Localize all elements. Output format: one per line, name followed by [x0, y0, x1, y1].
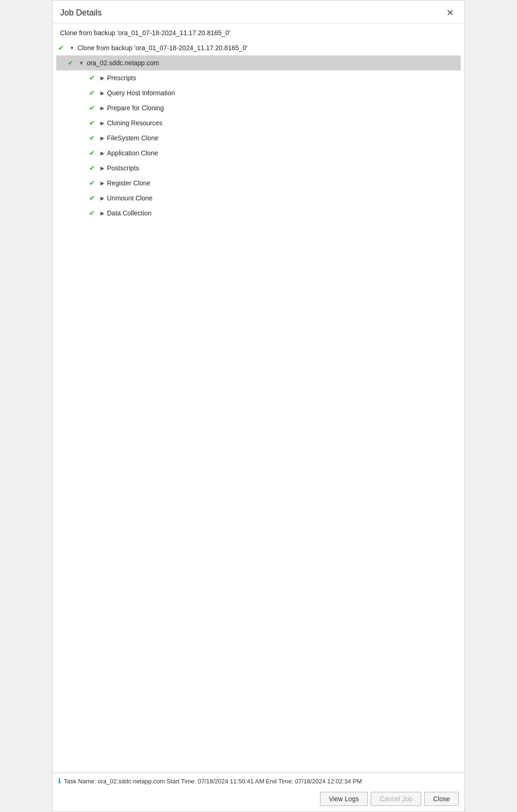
collapse-icon: ▼ [79, 60, 84, 66]
list-item[interactable]: ✔ ▶ Prepare for Cloning [56, 100, 461, 115]
tree-host-node[interactable]: ✔ ▼ ora_02.sddc.netapp.com [56, 55, 461, 70]
expand-icon: ▶ [100, 75, 104, 81]
close-icon[interactable]: ✕ [443, 7, 457, 18]
expand-icon: ▶ [100, 195, 104, 201]
task-info-row: ℹ Task Name: ora_02.sddc.netapp.com Star… [58, 777, 459, 785]
close-button[interactable]: Close [424, 792, 459, 806]
tree-container: ✔ ▼ Clone from backup 'ora_01_07-18-2024… [53, 40, 464, 773]
item-label: Query Host Information [107, 89, 175, 97]
check-icon: ✔ [68, 59, 76, 67]
footer-buttons: View Logs Cancel Job Close [58, 790, 459, 808]
list-item[interactable]: ✔ ▶ Query Host Information [56, 85, 461, 100]
expand-icon: ▶ [100, 120, 104, 126]
expand-icon: ▶ [100, 105, 104, 111]
tree-host-label: ora_02.sddc.netapp.com [87, 59, 159, 67]
item-label: Data Collection [107, 209, 152, 217]
dialog-subtitle: Clone from backup 'ora_01_07-18-2024_11.… [53, 23, 464, 40]
item-label: Prescripts [107, 74, 136, 82]
check-icon: ✔ [58, 44, 67, 52]
view-logs-button[interactable]: View Logs [320, 792, 368, 806]
expand-icon: ▶ [100, 135, 104, 141]
dialog-title: Job Details [60, 8, 102, 18]
job-details-dialog: Job Details ✕ Clone from backup 'ora_01_… [52, 0, 465, 812]
item-label: Unmount Clone [107, 194, 152, 202]
list-item[interactable]: ✔ ▶ Application Clone [56, 146, 461, 161]
item-label: FileSystem Clone [107, 134, 159, 142]
list-item[interactable]: ✔ ▶ Register Clone [56, 176, 461, 191]
expand-icon: ▶ [100, 180, 104, 186]
list-item[interactable]: ✔ ▶ Postscripts [56, 161, 461, 176]
expand-icon: ▶ [100, 210, 104, 216]
list-item[interactable]: ✔ ▶ FileSystem Clone [56, 130, 461, 146]
check-icon: ✔ [89, 149, 98, 157]
dialog-header: Job Details ✕ [53, 0, 464, 23]
tree-root-node[interactable]: ✔ ▼ Clone from backup 'ora_01_07-18-2024… [56, 40, 461, 55]
list-item[interactable]: ✔ ▶ Unmount Clone [56, 191, 461, 206]
info-icon: ℹ [58, 777, 61, 785]
cancel-job-button[interactable]: Cancel Job [371, 792, 421, 806]
item-label: Postscripts [107, 164, 139, 172]
item-label: Register Clone [107, 179, 151, 187]
item-label: Cloning Resources [107, 119, 162, 127]
list-item[interactable]: ✔ ▶ Data Collection [56, 206, 461, 221]
check-icon: ✔ [89, 179, 98, 187]
expand-icon: ▶ [100, 165, 104, 171]
check-icon: ✔ [89, 209, 98, 217]
tree-root-label: Clone from backup 'ora_01_07-18-2024_11.… [77, 44, 248, 52]
expand-icon: ▶ [100, 90, 104, 96]
check-icon: ✔ [89, 104, 98, 112]
dialog-footer: ℹ Task Name: ora_02.sddc.netapp.com Star… [53, 773, 464, 812]
item-label: Application Clone [107, 149, 158, 157]
item-label: Prepare for Cloning [107, 104, 164, 112]
check-icon: ✔ [89, 74, 98, 82]
check-icon: ✔ [89, 119, 98, 127]
list-item[interactable]: ✔ ▶ Cloning Resources [56, 115, 461, 130]
collapse-icon: ▼ [69, 45, 75, 51]
check-icon: ✔ [89, 89, 98, 97]
check-icon: ✔ [89, 194, 98, 202]
check-icon: ✔ [89, 164, 98, 172]
expand-icon: ▶ [100, 150, 104, 156]
list-item[interactable]: ✔ ▶ Prescripts [56, 70, 461, 85]
task-info-text: Task Name: ora_02.sddc.netapp.com Start … [64, 778, 362, 785]
check-icon: ✔ [89, 134, 98, 142]
